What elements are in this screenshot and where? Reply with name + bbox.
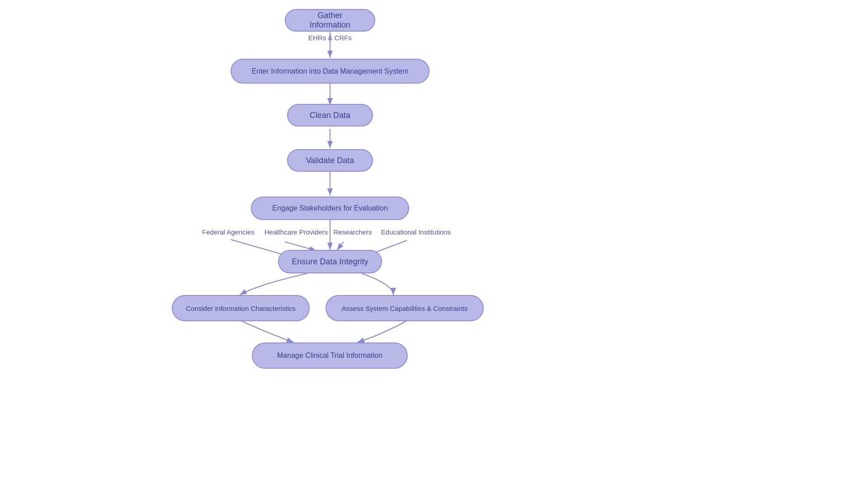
svg-line-7 <box>337 242 344 250</box>
validate-node: Validate Data <box>287 149 373 172</box>
healthcare-label: Healthcare Providers <box>260 228 332 236</box>
validate-label: Validate Data <box>306 156 354 165</box>
ensure-label: Ensure Data Integrity <box>292 257 368 267</box>
clean-node: Clean Data <box>287 104 373 127</box>
ehrs-label: EHRs & CRFs <box>307 34 353 42</box>
gather-node: Gather Information <box>285 9 375 32</box>
engage-label: Engage Stakeholders for Evaluation <box>272 204 387 212</box>
arrows-svg <box>0 0 868 488</box>
educational-label: Educational Institutions <box>373 228 459 236</box>
manage-node: Manage Clinical Trial Information <box>252 343 408 369</box>
federal-label: Federal Agencies <box>194 228 262 236</box>
ensure-node: Ensure Data Integrity <box>278 250 382 273</box>
enter-label: Enter Information into Data Management S… <box>252 67 409 75</box>
enter-node: Enter Information into Data Management S… <box>231 59 429 84</box>
manage-label: Manage Clinical Trial Information <box>277 352 382 360</box>
consider-node: Consider Information Characteristics <box>172 295 310 321</box>
researchers-label: Researchers <box>326 228 380 236</box>
assess-node: Assess System Capabilities & Constraints <box>326 295 484 321</box>
flowchart-container: Gather Information EHRs & CRFs Enter Inf… <box>0 0 868 488</box>
gather-label: Gather Information <box>297 11 363 30</box>
engage-node: Engage Stakeholders for Evaluation <box>251 197 409 220</box>
clean-label: Clean Data <box>310 111 350 120</box>
assess-label: Assess System Capabilities & Constraints <box>342 305 467 312</box>
svg-line-6 <box>285 242 316 251</box>
consider-label: Consider Information Characteristics <box>186 305 296 312</box>
